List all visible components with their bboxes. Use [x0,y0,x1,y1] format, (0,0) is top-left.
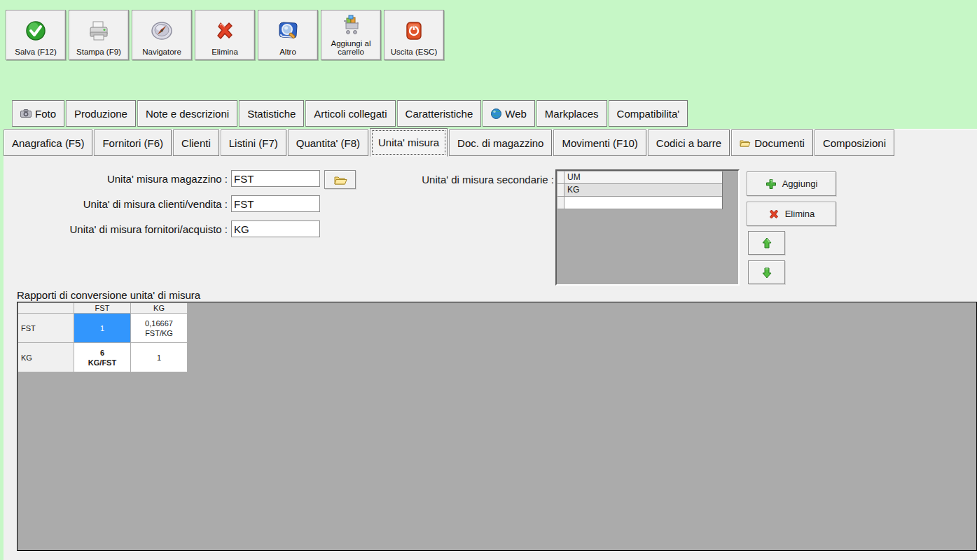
column-header: UM [564,172,722,184]
save-button[interactable]: Salva (F12) [6,10,66,60]
tab-row-upper: Foto Produzione Note e descrizioni Stati… [12,100,689,127]
tab-label: Quantita' (F8) [296,137,360,149]
tab-codici-a-barre[interactable]: Codici a barre [648,130,730,156]
cell-fst-kg[interactable]: 0,16667 FST/KG [131,314,188,343]
tab-label: Codici a barre [656,137,721,149]
cart-icon [338,13,363,39]
printer-icon [87,13,111,48]
tab-composizioni[interactable]: Composizioni [815,130,894,156]
tab-caratteristiche[interactable]: Caratteristiche [397,100,482,127]
tab-label: Articoli collegati [314,108,387,120]
camera-icon [20,109,32,118]
secondary-units-panel: UM KG [555,169,740,286]
tab-note-e-descrizioni[interactable]: Note e descrizioni [137,100,237,127]
tab-label: Anagrafica (F5) [12,137,84,149]
um-magazzino-input[interactable] [231,170,320,187]
power-icon [402,13,426,48]
field-label-clienti-vendita: Unita' di misura clienti/vendita : [4,198,228,210]
conversion-table: FST KG FST 1 0,16667 FST/KG KG 6 KG/FST [18,302,188,372]
list-item[interactable] [557,197,722,209]
tab-label: Fornitori (F6) [102,137,163,149]
secondary-units-label: Unita' di misura secondarie : [315,174,554,186]
row-selector[interactable] [557,197,564,209]
tab-produzione[interactable]: Produzione [66,100,136,127]
tab-row-lower: Anagrafica (F5) Fornitori (F6) Clienti L… [4,130,896,156]
list-item-value [564,197,722,209]
column-header-kg: KG [131,303,188,314]
tab-compatibilita[interactable]: Compatibilita' [609,100,688,127]
other-button[interactable]: Altro [258,10,318,60]
tab-label: Statistiche [247,108,296,120]
um-clienti-vendita-input[interactable] [231,195,320,212]
toolbar-button-label: Aggiungi al carrello [323,39,379,57]
tab-label: Clienti [181,137,211,149]
row-selector[interactable] [557,184,564,197]
tab-label: Movimenti (F10) [562,137,637,149]
folder-icon [740,139,751,148]
cell-kg-fst[interactable]: 6 KG/FST [74,343,131,372]
list-item-value: KG [564,184,722,197]
tab-label: Foto [35,108,56,120]
tab-listini[interactable]: Listini (F7) [221,130,286,156]
save-check-icon [24,13,48,48]
toolbar: Salva (F12) Stampa (F9) Navigat [6,10,444,60]
tab-foto[interactable]: Foto [12,100,64,127]
tab-label: Documenti [754,137,805,149]
tab-statistiche[interactable]: Statistiche [239,100,304,127]
list-header-row: UM [557,172,722,184]
tab-unita-misura[interactable]: Unita' misura [370,128,448,157]
tab-web[interactable]: Web [483,100,535,127]
list-item[interactable]: KG [557,184,722,197]
tab-label: Listini (F7) [229,137,278,149]
print-button[interactable]: Stampa (F9) [69,10,129,60]
cell-fst-fst[interactable]: 1 [74,314,131,343]
um-fornitori-acquisto-input[interactable] [231,220,320,237]
delete-button[interactable]: Elimina [195,10,255,60]
navigator-button[interactable]: Navigatore [132,10,192,60]
tab-label: Web [505,108,527,120]
tab-quantita[interactable]: Quantita' (F8) [288,130,368,156]
move-down-button[interactable] [748,260,785,284]
tab-doc-di-magazzino[interactable]: Doc. di magazzino [449,130,552,156]
delete-secondary-unit-button[interactable]: Elimina [747,202,836,226]
add-secondary-unit-button[interactable]: Aggiungi [747,172,836,196]
tab-clienti[interactable]: Clienti [173,130,219,156]
tab-anagrafica[interactable]: Anagrafica (F5) [4,130,92,156]
tab-content-panel: Anagrafica (F5) Fornitori (F6) Clienti L… [4,129,977,560]
field-label-fornitori-acquisto: Unita' di misura fornitori/acquisto : [4,223,228,235]
tab-label: Doc. di magazzino [457,137,543,149]
add-to-cart-button[interactable]: Aggiungi al carrello [321,10,381,60]
toolbar-button-label: Altro [279,48,296,57]
row-header-fst: FST [18,314,74,343]
move-up-button[interactable] [748,231,785,255]
table-row: KG 6 KG/FST 1 [18,343,188,372]
tab-label: Unita' misura [378,136,439,148]
tab-label: Composizioni [823,137,886,149]
arrow-up-icon [761,237,772,249]
corner-cell [18,303,74,314]
button-label: Aggiungi [782,178,818,189]
toolbar-button-label: Elimina [212,48,238,57]
tab-fornitori[interactable]: Fornitori (F6) [94,130,172,156]
x-icon [768,209,779,220]
globe-icon [491,108,501,119]
tab-label: Note e descrizioni [146,108,229,120]
tab-label: Compatibilita' [617,108,680,120]
cell-kg-kg[interactable]: 1 [131,343,188,372]
secondary-units-list: UM KG [557,172,723,209]
button-label: Elimina [785,209,815,219]
tab-label: Markplaces [545,108,599,120]
arrow-down-icon [761,267,772,279]
tab-label: Caratteristiche [406,108,473,120]
tab-documenti[interactable]: Documenti [731,130,813,156]
tab-movimenti[interactable]: Movimenti (F10) [553,130,646,156]
conversion-section-title: Rapporti di conversione unita' di misura [17,289,200,301]
exit-button[interactable]: Uscita (ESC) [384,10,444,60]
row-selector [557,172,564,184]
toolbar-button-label: Stampa (F9) [76,48,121,57]
tab-markplaces[interactable]: Markplaces [536,100,607,127]
toolbar-button-label: Navigatore [142,48,181,57]
toolbar-button-label: Uscita (ESC) [391,48,437,57]
column-header-fst: FST [74,303,131,314]
tab-articoli-collegati[interactable]: Articoli collegati [305,100,395,127]
